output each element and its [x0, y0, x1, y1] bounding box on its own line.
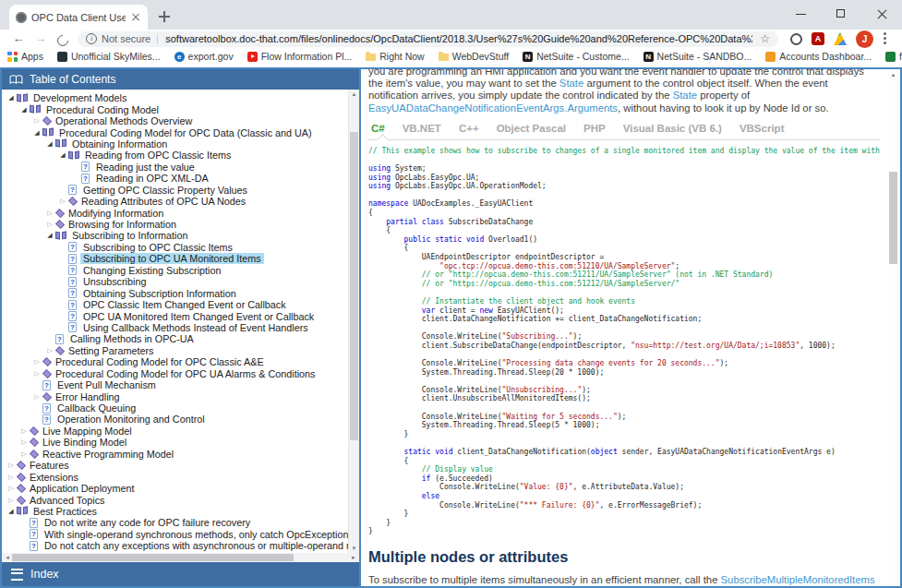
- bookmark-accounts-dashboard[interactable]: Accounts Dashboar...: [765, 51, 872, 62]
- toc-horizontal-scrollbar[interactable]: ◄ ►: [2, 553, 359, 562]
- expand-arrow-icon[interactable]: ▷: [6, 473, 17, 482]
- expand-arrow-icon[interactable]: ▷: [31, 357, 42, 366]
- toc-item[interactable]: ?Reading in OPC XML-DA: [2, 173, 359, 184]
- toc-item[interactable]: ?Subscribing to OPC UA Monitored Items: [2, 253, 359, 264]
- toc-item-label[interactable]: Features: [27, 460, 72, 471]
- inline-link[interactable]: EasyUADataChangeNotificationEventArgs.Ar…: [368, 102, 618, 114]
- toc-item[interactable]: ?Do not write any code for OPC failure r…: [2, 517, 359, 528]
- window-maximize-button[interactable]: [821, 0, 861, 28]
- bookmark-netsuite-customer[interactable]: NNetSuite - Custome...: [523, 51, 629, 62]
- toc-item[interactable]: ?Obtaining Subscription Information: [2, 287, 359, 298]
- toc-item-label[interactable]: Procedural Coding Model for OPC Data (Cl…: [56, 127, 315, 138]
- scroll-up-icon[interactable]: ▲: [349, 91, 359, 97]
- index-tab[interactable]: Index: [2, 562, 359, 586]
- toc-item[interactable]: ?Callback Queuing: [2, 402, 359, 414]
- toc-item-label[interactable]: Operation Monitoring and Control: [54, 414, 208, 425]
- toc-item-label[interactable]: Calling Methods in OPC-UA: [67, 333, 197, 344]
- toc-item-label[interactable]: Procedural Coding Model for OPC UA Alarm…: [53, 368, 318, 379]
- toc-item[interactable]: ▷Procedural Coding Model for OPC UA Alar…: [2, 368, 359, 379]
- expand-arrow-icon[interactable]: ▷: [44, 346, 55, 355]
- expand-arrow-icon[interactable]: ▷: [6, 496, 17, 505]
- toc-item[interactable]: ▷Live Binding Model: [2, 437, 359, 448]
- toc-item-label[interactable]: Reading in OPC XML-DA: [93, 173, 211, 184]
- toc-item[interactable]: ◢Best Practices: [2, 506, 359, 517]
- toc-item[interactable]: ◢Reading from OPC Classic Items: [2, 150, 359, 161]
- bookmark-apps[interactable]: Apps: [7, 51, 43, 62]
- window-minimize-button[interactable]: [780, 0, 821, 28]
- bookmark-star-icon[interactable]: ☆: [760, 32, 770, 45]
- toc-item-label[interactable]: OPC UA Monitored Item Changed Event or C…: [80, 311, 317, 322]
- toc-item-label[interactable]: Event Pull Mechanism: [54, 379, 159, 390]
- toc-item[interactable]: ?Reading just the value: [2, 162, 359, 173]
- toc-item[interactable]: ▷Reactive Programming Model: [2, 449, 359, 460]
- toc-item-label[interactable]: Reading just the value: [93, 162, 198, 173]
- info-icon[interactable]: i: [86, 33, 97, 44]
- toc-item-label[interactable]: With single-operand synchronous methods,…: [42, 529, 359, 540]
- content-vertical-scrollbar[interactable]: ▲: [887, 70, 899, 586]
- toc-item[interactable]: ?Changing Existing Subscription: [2, 265, 359, 276]
- address-bar[interactable]: i Not secure softwaretoolbox.doc-that.co…: [78, 31, 778, 47]
- google-drive-extension-icon[interactable]: [834, 32, 847, 45]
- expand-arrow-icon[interactable]: ▷: [6, 461, 17, 470]
- toc-item-label[interactable]: Advanced Topics: [27, 495, 107, 506]
- bookmark-unofficial-skymiles[interactable]: Unofficial SkyMiles...: [57, 51, 161, 62]
- toc-item-label[interactable]: Live Binding Model: [40, 437, 129, 448]
- toc-item-label[interactable]: OPC Classic Item Changed Event or Callba…: [80, 299, 289, 310]
- expand-arrow-icon[interactable]: ▷: [31, 392, 42, 402]
- code-tab-object-pascal[interactable]: Object Pascal: [497, 123, 566, 134]
- toc-item[interactable]: ▷Procedural Coding Model for OPC Classic…: [2, 356, 359, 367]
- toc-item[interactable]: ◢Procedural Coding Model for OPC Data (C…: [2, 126, 359, 138]
- toc-item-label[interactable]: Do not write any code for OPC failure re…: [42, 517, 253, 528]
- toc-item[interactable]: ?Getting OPC Classic Property Values: [2, 185, 359, 196]
- inline-link[interactable]: State: [673, 90, 697, 101]
- toc-item-label[interactable]: Subscribing to Information: [69, 230, 190, 241]
- toc-item-label[interactable]: Application Deployment: [27, 483, 137, 494]
- code-tab-visual-basic-vb-6-[interactable]: Visual Basic (VB 6.): [623, 123, 722, 134]
- toc-item-label[interactable]: Reading Attributes of OPC UA Nodes: [78, 196, 248, 207]
- expand-arrow-icon[interactable]: ▷: [18, 426, 30, 436]
- toc-item-label[interactable]: Using Callback Methods Instead of Event …: [80, 322, 311, 333]
- toc-item[interactable]: ▷Error Handling: [2, 390, 359, 402]
- toc-item[interactable]: ◢Obtaining Information: [2, 138, 359, 150]
- toc-item[interactable]: ?OPC Classic Item Changed Event or Callb…: [2, 299, 359, 310]
- collapse-arrow-icon[interactable]: ◢: [18, 105, 30, 114]
- toc-item-label[interactable]: Procedural Coding Model: [43, 104, 162, 115]
- toc-item[interactable]: ?Do not catch any exceptions with asynch…: [2, 540, 359, 551]
- collapse-arrow-icon[interactable]: ◢: [6, 507, 17, 516]
- expand-arrow-icon[interactable]: ▷: [57, 197, 68, 206]
- collapse-arrow-icon[interactable]: ◢: [6, 93, 17, 102]
- expand-arrow-icon[interactable]: ▷: [18, 438, 30, 447]
- extension-icon[interactable]: [790, 33, 802, 45]
- toc-item-label[interactable]: Subscribing to OPC Classic Items: [80, 242, 235, 253]
- expand-arrow-icon[interactable]: ▷: [6, 484, 17, 493]
- collapse-arrow-icon[interactable]: ◢: [31, 128, 42, 138]
- tab-close-icon[interactable]: [130, 12, 141, 23]
- toc-item-label[interactable]: Getting OPC Classic Property Values: [80, 185, 250, 196]
- scroll-up-icon[interactable]: ▲: [887, 72, 899, 78]
- inline-link[interactable]: State: [559, 78, 583, 89]
- toc-item-label[interactable]: Modifying Information: [66, 208, 166, 219]
- inline-link[interactable]: SubscribeMultipleMonitoredItems: [721, 574, 875, 585]
- toc-item[interactable]: ▷Features: [2, 460, 359, 471]
- scrollbar-thumb[interactable]: [350, 132, 358, 440]
- profile-avatar[interactable]: J: [856, 30, 873, 48]
- toc-item[interactable]: ▷Advanced Topics: [2, 494, 359, 505]
- code-tab-c-[interactable]: C++: [459, 123, 479, 134]
- toc-item[interactable]: ?Event Pull Mechanism: [2, 379, 359, 390]
- bookmark-netsuite-sandbox[interactable]: NNetSuite - SANDBO...: [643, 51, 752, 62]
- scrollbar-thumb[interactable]: [889, 172, 897, 264]
- toc-item-label[interactable]: Extensions: [27, 472, 81, 483]
- scrollbar-thumb[interactable]: [12, 554, 294, 561]
- toc-item-label[interactable]: Reactive Programming Model: [40, 449, 176, 460]
- bookmark-flow-information[interactable]: Flow Information Pl...: [247, 51, 353, 62]
- reload-icon[interactable]: [55, 32, 71, 48]
- code-tab-vbscript[interactable]: VBScript: [740, 123, 785, 134]
- toc-item[interactable]: ?Operation Monitoring and Control: [2, 414, 359, 425]
- toc-item-label[interactable]: Obtaining Information: [69, 138, 170, 150]
- toc-vertical-scrollbar[interactable]: ▲ ▼: [348, 90, 359, 553]
- scroll-left-icon[interactable]: ◄: [3, 555, 12, 560]
- new-tab-button[interactable]: [155, 7, 174, 26]
- browser-tab[interactable]: OPC Data Client User's Guide and Referen…: [9, 5, 148, 30]
- toc-item-label[interactable]: Procedural Coding Model for OPC Classic …: [53, 356, 267, 367]
- toc-item-label[interactable]: Setting Parameters: [66, 345, 156, 356]
